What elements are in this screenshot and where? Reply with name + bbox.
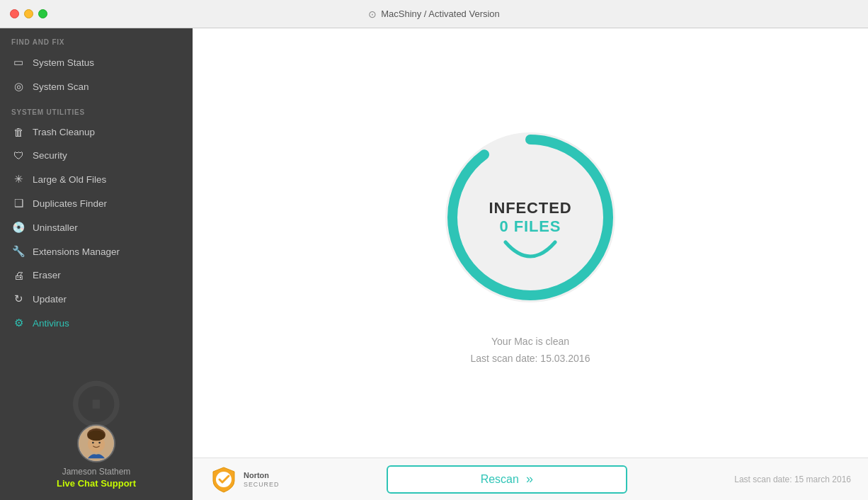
eraser-icon: 🖨 [11,269,25,281]
title-text: MacShiny / Activated Version [381,8,500,19]
main-content: INFECTED 0 FILES Your Mac is clean Last … [193,28,868,500]
sidebar-item-system-scan[interactable]: ◎ System Scan [0,74,193,98]
sidebar-label-duplicates-finder: Duplicates Finder [33,198,107,209]
footer-bar: Norton SECURED Rescan » Last scan date: … [193,458,868,500]
sidebar-item-large-old-files[interactable]: ✳ Large & Old Files [0,167,193,191]
trash-icon: 🗑 [11,126,25,138]
sidebar-label-security: Security [33,150,67,161]
fullscreen-button[interactable] [38,9,47,18]
gauge-inner: INFECTED 0 FILES [489,199,571,236]
svg-point-3 [92,442,94,444]
app-body: ⊙ FIND AND FIX ▭ System Status ◎ System … [0,28,868,500]
antivirus-icon: ⚙ [11,317,25,329]
security-icon: 🛡 [11,149,25,161]
status-line-2: Last scan date: 15.03.2016 [471,351,590,368]
section-label-find-and-fix: FIND AND FIX [0,28,193,50]
avatar-image [79,424,114,462]
section-label-system-utilities: SYSTEM UTILITIES [0,98,193,120]
sidebar-item-trash-cleanup[interactable]: 🗑 Trash Cleanup [0,120,193,144]
svg-point-5 [88,430,105,441]
footer-scan-date: Last scan date: 15 march 2016 [734,475,851,484]
sidebar-item-uninstaller[interactable]: 💿 Uninstaller [0,215,193,239]
sidebar-item-system-status[interactable]: ▭ System Status [0,50,193,74]
norton-secured-label: SECURED [244,481,279,488]
status-line-1: Your Mac is clean [471,334,590,351]
title-bar: ⊙ MacShiny / Activated Version [0,0,868,28]
scan-icon: ◎ [11,80,25,93]
sidebar-label-eraser: Eraser [33,270,61,280]
rescan-arrow-icon: » [526,472,533,487]
sidebar-label-system-scan: System Scan [33,81,89,92]
sidebar-label-trash-cleanup: Trash Cleanup [33,127,95,137]
window-title: ⊙ MacShiny / Activated Version [368,8,500,20]
norton-shield-icon [210,465,238,494]
live-chat-link[interactable]: Live Chat Support [57,478,136,489]
updater-icon: ↻ [11,292,25,305]
close-button[interactable] [10,9,19,18]
sidebar-label-antivirus: Antivirus [33,318,69,329]
sidebar-user-area: Jameson Stathem Live Chat Support [0,416,193,500]
status-text: Your Mac is clean Last scan date: 15.03.… [471,334,590,368]
sidebar-label-system-status: System Status [33,57,94,68]
sidebar-item-antivirus[interactable]: ⚙ Antivirus [0,311,193,335]
norton-label: Norton [244,470,279,480]
sidebar-item-duplicates-finder[interactable]: ❑ Duplicates Finder [0,191,193,215]
minimize-button[interactable] [24,9,33,18]
duplicates-icon: ❑ [11,197,25,210]
gauge-label: INFECTED [489,199,571,217]
shield-icon: ⊙ [368,8,377,20]
sidebar-label-uninstaller: Uninstaller [33,222,78,233]
monitor-icon: ▭ [11,56,25,69]
user-name: Jameson Stathem [62,467,131,477]
sidebar: ⊙ FIND AND FIX ▭ System Status ◎ System … [0,28,193,500]
sidebar-label-extensions-manager: Extensions Manager [33,246,120,257]
gauge-container: INFECTED 0 FILES [431,118,629,317]
rescan-button[interactable]: Rescan » [387,465,627,494]
avatar [77,424,115,462]
sidebar-item-updater[interactable]: ↻ Updater [0,287,193,311]
sidebar-item-extensions-manager[interactable]: 🔧 Extensions Manager [0,239,193,263]
large-files-icon: ✳ [11,173,25,186]
extensions-icon: 🔧 [11,245,25,258]
uninstaller-icon: 💿 [11,221,25,234]
sidebar-item-eraser[interactable]: 🖨 Eraser [0,263,193,287]
sidebar-label-large-old-files: Large & Old Files [33,174,106,185]
sidebar-label-updater: Updater [33,294,67,305]
norton-badge: Norton SECURED [210,465,279,494]
sidebar-item-security[interactable]: 🛡 Security [0,144,193,167]
svg-point-4 [98,442,101,444]
main-center: INFECTED 0 FILES Your Mac is clean Last … [193,28,868,458]
traffic-lights [10,9,47,18]
rescan-label: Rescan [481,473,519,486]
gauge-count: 0 FILES [489,217,571,236]
